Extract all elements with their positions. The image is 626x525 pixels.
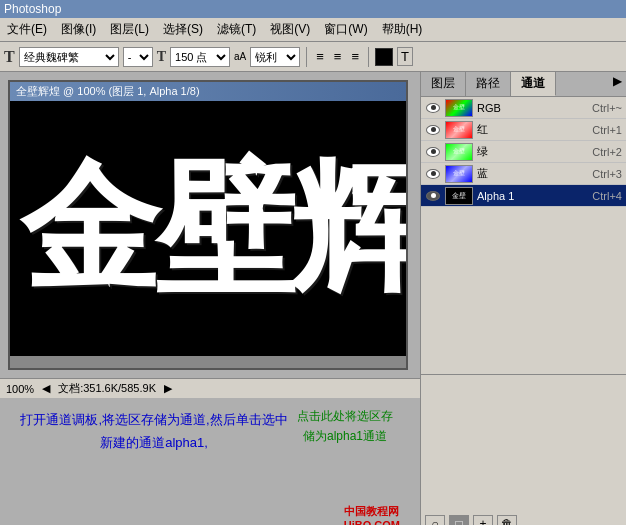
anti-alias-dropdown[interactable]: 锐利 [250, 47, 300, 67]
anti-alias-selector[interactable]: 锐利 [250, 47, 300, 67]
channel-row-green[interactable]: 金壁 绿 Ctrl+2 [421, 141, 626, 163]
watermark: 中国教程网UiBQ.COM [344, 504, 400, 525]
app-title: Photoshop [4, 2, 61, 16]
panel-menu-icon[interactable]: ▶ [609, 72, 626, 96]
shortcut-blue: Ctrl+3 [592, 168, 622, 180]
channel-name-rgb: RGB [477, 102, 592, 114]
doc-size: 文档:351.6K/585.9K [58, 381, 156, 396]
status-bar: 100% ◀ 文档:351.6K/585.9K ▶ [0, 378, 420, 398]
side-note: 点击此处将选区存储为alpha1通道 [280, 406, 410, 447]
menu-select[interactable]: 选择(S) [160, 20, 206, 39]
nav-arrow-right[interactable]: ▶ [164, 382, 172, 395]
tab-paths[interactable]: 路径 [466, 72, 511, 96]
aa-label: aA [234, 51, 246, 62]
main-area: 全壁辉煌 @ 100% (图层 1, Alpha 1/8) 金壁辉 100% ◀… [0, 72, 626, 525]
nav-arrow-left[interactable]: ◀ [42, 382, 50, 395]
font-family-selector[interactable]: 经典魏碑繁 [19, 47, 119, 67]
align-left-btn[interactable]: ≡ [313, 49, 327, 64]
menu-file[interactable]: 文件(E) [4, 20, 50, 39]
thumb-red: 金壁 [445, 121, 473, 139]
canvas-title-bar: 全壁辉煌 @ 100% (图层 1, Alpha 1/8) [10, 82, 406, 101]
menu-filter[interactable]: 滤镜(T) [214, 20, 259, 39]
eye-alpha[interactable] [425, 188, 441, 204]
font-size-selector[interactable]: 150 点 [170, 47, 230, 67]
tab-layers[interactable]: 图层 [421, 72, 466, 96]
channel-row-blue[interactable]: 金壁 蓝 Ctrl+3 [421, 163, 626, 185]
eye-red[interactable] [425, 122, 441, 138]
font-family-dropdown[interactable]: 经典魏碑繁 [19, 47, 119, 67]
font-size-dropdown[interactable]: 150 点 [170, 47, 230, 67]
channel-name-alpha: Alpha 1 [477, 190, 592, 202]
bottom-text-area: 打开通道调板,将选区存储为通道,然后单击选中新建的通道alpha1, 点击此处将… [0, 398, 420, 525]
menu-bar: 文件(E) 图像(I) 图层(L) 选择(S) 滤镜(T) 视图(V) 窗口(W… [0, 18, 626, 42]
menu-image[interactable]: 图像(I) [58, 20, 99, 39]
left-panel: 全壁辉煌 @ 100% (图层 1, Alpha 1/8) 金壁辉 100% ◀… [0, 72, 420, 525]
channel-name-red: 红 [477, 122, 592, 137]
channels-footer: ○ □ + 🗑 [421, 374, 626, 525]
font-size-t-icon: T [157, 49, 166, 65]
thumb-alpha: 金壁 [445, 187, 473, 205]
thumb-blue: 金壁 [445, 165, 473, 183]
warp-text-icon[interactable]: T [397, 47, 413, 66]
canvas-characters: 金壁辉 [10, 159, 406, 299]
load-channel-btn[interactable]: ○ [425, 515, 445, 525]
canvas-title: 全壁辉煌 @ 100% (图层 1, Alpha 1/8) [16, 84, 200, 99]
shortcut-green: Ctrl+2 [592, 146, 622, 158]
menu-view[interactable]: 视图(V) [267, 20, 313, 39]
new-channel-btn[interactable]: + [473, 515, 493, 525]
align-right-btn[interactable]: ≡ [348, 49, 362, 64]
channels-list: 金壁 RGB Ctrl+~ 金壁 红 Ctrl+1 [421, 97, 626, 207]
text-color-swatch[interactable] [375, 48, 393, 66]
instruction-text: 打开通道调板,将选区存储为通道,然后单击选中新建的通道alpha1, [14, 408, 294, 455]
font-style-selector[interactable]: - [123, 47, 153, 67]
separator [306, 47, 307, 67]
canvas-content: 金壁辉 [10, 101, 406, 356]
toolbar: T 经典魏碑繁 - T 150 点 aA 锐利 ≡ ≡ ≡ T [0, 42, 626, 72]
eye-blue[interactable] [425, 166, 441, 182]
separator-2 [368, 47, 369, 67]
menu-help[interactable]: 帮助(H) [379, 20, 426, 39]
right-panel: 图层 路径 通道 ▶ 金壁 RGB Ctrl+~ [420, 72, 626, 525]
channel-name-green: 绿 [477, 144, 592, 159]
channel-row-red[interactable]: 金壁 红 Ctrl+1 [421, 119, 626, 141]
eye-green[interactable] [425, 144, 441, 160]
tabs-bar: 图层 路径 通道 ▶ [421, 72, 626, 97]
shortcut-red: Ctrl+1 [592, 124, 622, 136]
canvas-container: 全壁辉煌 @ 100% (图层 1, Alpha 1/8) 金壁辉 [8, 80, 408, 370]
thumb-rgb: 金壁 [445, 99, 473, 117]
shortcut-alpha: Ctrl+4 [592, 190, 622, 202]
align-center-btn[interactable]: ≡ [331, 49, 345, 64]
type-tool-icon: T [4, 48, 15, 66]
channel-name-blue: 蓝 [477, 166, 592, 181]
save-selection-btn[interactable]: □ [449, 515, 469, 525]
font-style-dropdown[interactable]: - [123, 47, 153, 67]
menu-window[interactable]: 窗口(W) [321, 20, 370, 39]
channel-row-rgb[interactable]: 金壁 RGB Ctrl+~ [421, 97, 626, 119]
tab-channels[interactable]: 通道 [511, 72, 556, 96]
menu-layer[interactable]: 图层(L) [107, 20, 152, 39]
shortcut-rgb: Ctrl+~ [592, 102, 622, 114]
title-bar: Photoshop [0, 0, 626, 18]
zoom-level: 100% [6, 383, 34, 395]
channel-row-alpha[interactable]: 金壁 Alpha 1 Ctrl+4 [421, 185, 626, 207]
thumb-green: 金壁 [445, 143, 473, 161]
delete-channel-btn[interactable]: 🗑 [497, 515, 517, 525]
eye-rgb[interactable] [425, 100, 441, 116]
